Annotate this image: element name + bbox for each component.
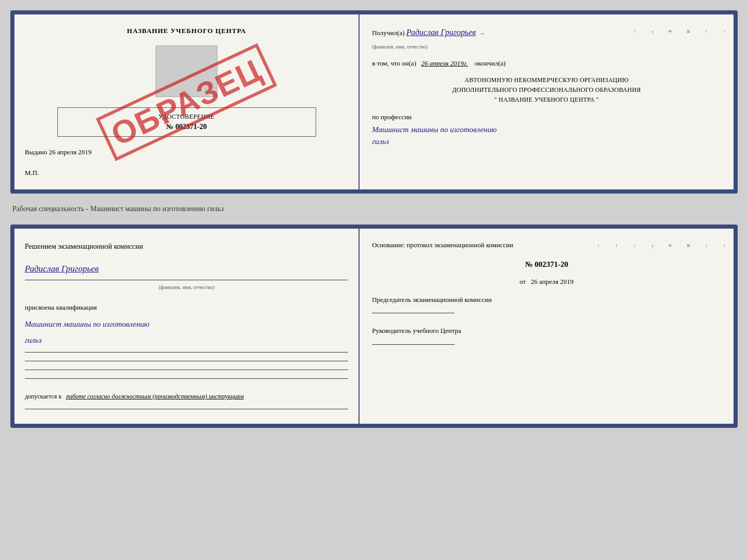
protocol-number: № 002371-20	[372, 257, 721, 272]
received-sublabel: (фамилия, имя, отчество)	[372, 44, 428, 50]
bottom-doc-right: Основание: протокол экзаменационной коми…	[360, 229, 734, 424]
org-block: АВТОНОМНУЮ НЕКОММЕРЧЕСКУЮ ОРГАНИЗАЦИЮ ДО…	[372, 75, 721, 105]
edge-mark-3: ←	[648, 30, 659, 36]
chairman-title: Председатель экзаменационной комиссии	[372, 295, 721, 305]
org-line2: ДОПОЛНИТЕЛЬНОГО ПРОФЕССИОНАЛЬНОГО ОБРАЗО…	[372, 85, 721, 95]
bottom-person-sublabel: (фамилия, имя, отчество)	[25, 282, 348, 293]
edge-mark-и: и	[683, 30, 694, 36]
qual-line-3	[25, 370, 348, 370]
bottom-doc-left: Решением экзаменационной комиссии Радисл…	[14, 229, 360, 424]
date-from-value: 26 апреля 2019	[531, 278, 574, 285]
bottom-person-block: Радислав Григорьев (фамилия, имя, отчест…	[25, 260, 348, 293]
edge-mark-4: –	[630, 30, 641, 36]
decision-title: Решением экзаменационной комиссии	[25, 241, 348, 252]
assigned-label: присвоена квалификация	[25, 301, 348, 314]
chairman-signature-line	[372, 313, 455, 313]
mp-line: М.П.	[25, 169, 348, 177]
issued-label: Выдано	[25, 148, 47, 156]
top-document: НАЗВАНИЕ УЧЕБНОГО ЦЕНТРА УДОСТОВЕРЕНИЕ №…	[10, 10, 738, 194]
edge-mark-1: –	[720, 30, 730, 36]
qual-line-2	[25, 361, 348, 361]
bottom-document: Решением экзаменационной комиссии Радисл…	[10, 225, 738, 428]
received-name: Радислав Григорьев	[407, 28, 476, 37]
profession-value-1: Машинист машины по изготовлению	[372, 124, 721, 136]
bottom-edge-mark-а2: а	[665, 244, 676, 250]
bottom-edge-mark-4: –	[630, 244, 641, 250]
person-underline	[25, 280, 348, 280]
date-prefix: в том, что он(а)	[372, 59, 416, 67]
chairman-block: Председатель экзаменационной комиссии	[372, 295, 721, 314]
qualification-value-1: Машинист машины по изготовлению	[25, 318, 348, 330]
qual-line-4	[25, 378, 348, 379]
bottom-left-last-line	[25, 409, 348, 409]
director-title: Руководитель учебного Центра	[372, 326, 721, 336]
top-left-title: НАЗВАНИЕ УЧЕБНОГО ЦЕНТРА	[127, 27, 246, 35]
bottom-edge-mark-2: –	[702, 244, 712, 250]
edge-mark-а: а	[665, 30, 676, 36]
bottom-edge-mark-5: –	[612, 244, 622, 250]
date-from-prefix: от	[520, 278, 526, 285]
director-block: Руководитель учебного Центра	[372, 326, 721, 345]
date-from: от 26 апреля 2019	[372, 276, 721, 289]
date-value: 26 апреля 2019г.	[421, 57, 467, 70]
bottom-edge-mark-6: –	[594, 244, 604, 250]
director-signature-line	[372, 344, 455, 345]
issued-date: 26 апреля 2019	[49, 148, 92, 156]
issued-line: Выдано 26 апреля 2019	[25, 148, 348, 156]
received-line: Получил(а) Радислав Григорьев – (фамилия…	[372, 25, 721, 53]
profession-label: по профессии	[372, 111, 721, 124]
bottom-edge-mark-3: ←	[648, 244, 659, 250]
top-doc-right: Получил(а) Радислав Григорьев – (фамилия…	[360, 14, 734, 189]
допускается-prefix: допускается к	[25, 393, 61, 400]
profession-block: по профессии Машинист машины по изготовл…	[372, 111, 721, 147]
received-label: Получил(а)	[372, 29, 404, 37]
допускается-value: работе согласно должностным (производств…	[66, 393, 244, 400]
right-edge-marks: – – и а ← –	[630, 30, 730, 36]
separator-text: Рабочая специальность - Машинист машины …	[12, 203, 736, 215]
cert-title: УДОСТОВЕРЕНИЕ	[66, 113, 307, 121]
bottom-edge-mark-1: –	[720, 244, 730, 250]
org-line3: " НАЗВАНИЕ УЧЕБНОГО ЦЕНТРА "	[372, 95, 721, 105]
edge-mark-2: –	[702, 30, 712, 36]
date-suffix: окончил(а)	[475, 59, 506, 67]
org-line1: АВТОНОМНУЮ НЕКОММЕРЧЕСКУЮ ОРГАНИЗАЦИЮ	[372, 75, 721, 85]
date-line: в том, что он(а) 26 апреля 2019г. окончи…	[372, 57, 721, 70]
certificate-box: УДОСТОВЕРЕНИЕ № 002371-20	[57, 107, 316, 137]
qual-line-1	[25, 352, 348, 353]
qualification-value-2: гильз	[25, 334, 348, 346]
bottom-person-name: Радислав Григорьев	[25, 260, 348, 278]
bottom-edge-mark-и2: и	[683, 244, 694, 250]
bottom-right-edge-marks: – – и а ← – – –	[594, 244, 730, 250]
profession-value-2: гильз	[372, 136, 721, 148]
допускается-block: допускается к работе согласно должностны…	[25, 390, 348, 403]
cert-number: № 002371-20	[66, 123, 307, 131]
stamp-placeholder	[155, 45, 217, 97]
top-doc-left: НАЗВАНИЕ УЧЕБНОГО ЦЕНТРА УДОСТОВЕРЕНИЕ №…	[14, 14, 360, 189]
